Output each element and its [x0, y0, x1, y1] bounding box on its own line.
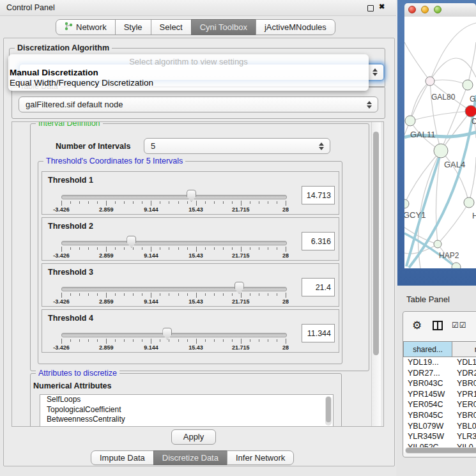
- attribute-item[interactable]: TopologicalCoefficient: [40, 405, 333, 415]
- gear-icon[interactable]: ⚙: [412, 319, 422, 332]
- slider-tick: [187, 247, 188, 250]
- table-cell[interactable]: YDL19...: [404, 357, 453, 368]
- attribute-item[interactable]: SelfLoops: [40, 395, 333, 405]
- table-cell[interactable]: YER054C: [404, 399, 453, 410]
- slider-tick: [286, 201, 286, 206]
- bottom-tab-discretize-data[interactable]: Discretize Data: [153, 450, 227, 465]
- network-node[interactable]: [404, 199, 409, 208]
- threshold-value-field[interactable]: 11.344: [302, 324, 335, 342]
- popup-option[interactable]: Equal Width/Frequency Discretization: [8, 78, 369, 88]
- slider-tick: [232, 201, 233, 204]
- slider-thumb[interactable]: [127, 236, 136, 248]
- network-node[interactable]: [405, 116, 415, 126]
- network-node[interactable]: [452, 263, 461, 268]
- table-cell[interactable]: YDL1: [453, 357, 476, 368]
- slider-tick: [178, 201, 179, 204]
- network-node-label: GAL80: [431, 93, 456, 102]
- num-intervals-label: Number of Intervals: [56, 142, 130, 151]
- network-node[interactable]: [434, 240, 441, 248]
- num-intervals-combo[interactable]: 5: [144, 138, 330, 154]
- table-cell[interactable]: YLR345W: [404, 431, 453, 442]
- bottom-tab-infer-network[interactable]: Infer Network: [227, 450, 294, 465]
- table-cell[interactable]: YBR043C: [404, 378, 453, 389]
- attributes-scrollbar[interactable]: [325, 396, 332, 426]
- slider-track[interactable]: [61, 287, 287, 291]
- table-cell[interactable]: YBL079W: [404, 421, 453, 432]
- column-header-name[interactable]: n: [452, 341, 476, 357]
- slider-track[interactable]: [61, 241, 287, 245]
- slider-thumb[interactable]: [234, 282, 244, 294]
- network-node[interactable]: [426, 77, 434, 86]
- table-cell[interactable]: YBL0: [453, 421, 476, 432]
- slider-tick: [124, 201, 125, 204]
- slider-tick: [196, 247, 197, 252]
- close-traffic-light-icon[interactable]: [408, 6, 416, 13]
- table-row[interactable]: YDL19...YDL1: [404, 357, 476, 368]
- network-node[interactable]: [434, 144, 448, 158]
- table-row[interactable]: YBL079WYBL0: [404, 421, 476, 432]
- tab-jactivemnodules[interactable]: jActiveMNodules: [256, 19, 335, 35]
- screen: Control Panel ✖ NetworkStyleSelectCyni T…: [0, 0, 476, 476]
- slider-track[interactable]: [61, 195, 287, 199]
- tab-select[interactable]: Select: [151, 19, 192, 35]
- network-canvas[interactable]: GAL80GACGAL11GAL4GCY1HHAP2: [404, 17, 476, 268]
- table-cell[interactable]: YDR2: [453, 368, 476, 379]
- tab-style[interactable]: Style: [115, 19, 151, 35]
- slider-tick: [88, 201, 89, 204]
- slider-track[interactable]: [61, 333, 287, 337]
- threshold-value-field[interactable]: 21.4: [302, 278, 335, 296]
- table-cell[interactable]: YBR0: [453, 410, 476, 421]
- attribute-item[interactable]: BetweennessCentrality: [40, 415, 333, 425]
- network-node[interactable]: [464, 197, 474, 208]
- slider-tick-label: 21.715: [227, 298, 255, 305]
- threshold-value-field[interactable]: 6.316: [302, 232, 335, 250]
- slider-tick: [205, 201, 206, 204]
- table-row[interactable]: YPR145WYPR1: [404, 389, 476, 400]
- minimize-traffic-light-icon[interactable]: [421, 6, 429, 13]
- table-cell[interactable]: YPR145W: [404, 389, 453, 400]
- table-cell[interactable]: YBR0: [453, 378, 476, 389]
- zoom-traffic-light-icon[interactable]: [434, 6, 441, 13]
- checkbox-icons[interactable]: ☑☑: [452, 321, 467, 330]
- table-cell[interactable]: YBR045C: [404, 410, 453, 421]
- network-node[interactable]: [465, 105, 476, 117]
- slider-tick: [223, 201, 224, 204]
- popup-items: Manual DiscretizationEqual Width/Frequen…: [8, 68, 369, 88]
- threshold-value-field[interactable]: 14.713: [302, 186, 335, 204]
- slider-tick: [142, 201, 142, 204]
- table-row[interactable]: YDR27...YDR2: [404, 368, 476, 379]
- table-row[interactable]: YBR045CYBR0: [404, 410, 476, 421]
- slider-tick: [187, 201, 188, 204]
- table-row[interactable]: YER054CYER0: [404, 399, 476, 410]
- table-cell[interactable]: YLR3: [453, 431, 476, 442]
- thresholds-group-label: Threshold's Coordinates for 5 Intervals: [43, 157, 185, 165]
- slider-thumb[interactable]: [187, 190, 196, 202]
- slider-tick: [250, 247, 250, 250]
- table-cell[interactable]: YER0: [453, 399, 476, 410]
- table-cell[interactable]: YPR1: [453, 389, 476, 400]
- apply-button[interactable]: Apply: [171, 429, 216, 445]
- column-header-shared[interactable]: shared...: [403, 341, 452, 357]
- tab-network[interactable]: Network: [56, 19, 116, 35]
- network-node[interactable]: [463, 80, 473, 90]
- table-hscrollbar[interactable]: [405, 447, 476, 454]
- float-icon[interactable]: [367, 5, 374, 12]
- close-icon[interactable]: ✖: [379, 3, 385, 11]
- combo-arrows-icon: [367, 101, 372, 109]
- slider-tick-label: -3.426: [47, 252, 75, 259]
- table-data-combo[interactable]: galFiltered.sif default node: [19, 96, 378, 112]
- slider-tick: [250, 293, 250, 296]
- popup-option[interactable]: Manual Discretization: [8, 68, 369, 78]
- table-row[interactable]: YBR043CYBR0: [404, 378, 476, 389]
- bottom-tab-impute-data[interactable]: Impute Data: [91, 450, 154, 465]
- table-row[interactable]: YLR345WYLR3: [404, 431, 476, 442]
- split-pane-icon[interactable]: [433, 321, 443, 330]
- tab-cyni-toolbox[interactable]: Cyni Toolbox: [191, 19, 256, 35]
- slider-tick: [88, 339, 89, 342]
- slider-tick: [268, 201, 268, 204]
- slider-thumb[interactable]: [162, 328, 172, 340]
- table-cell[interactable]: YDR27...: [404, 368, 453, 379]
- settings-scrollbar[interactable]: [371, 122, 381, 426]
- slider-tick: [115, 293, 116, 296]
- attributes-list[interactable]: SelfLoopsTopologicalCoefficientBetweenne…: [40, 394, 334, 427]
